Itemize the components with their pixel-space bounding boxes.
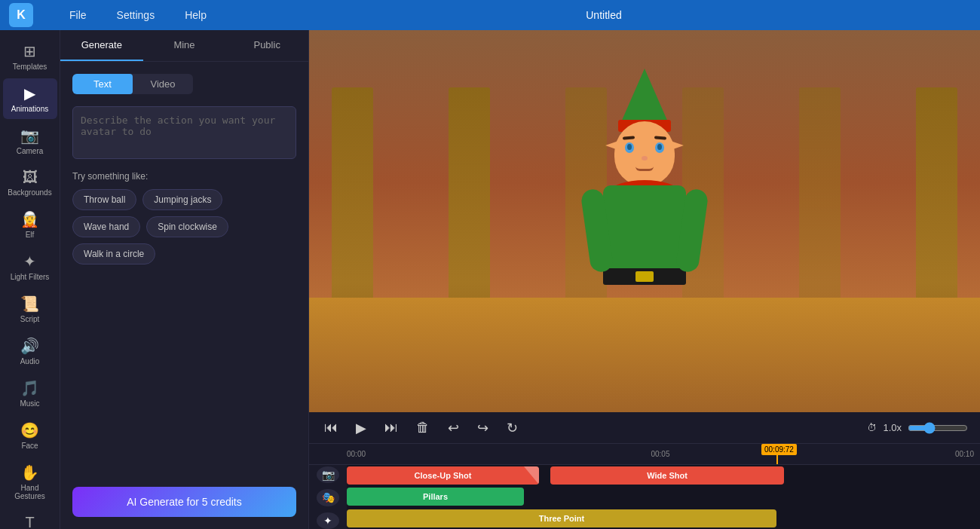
sidebar-item-templates[interactable]: ⊞ Templates [3,36,57,77]
preview-area: ⏮ ▶ ⏭ 🗑 ↩ ↪ ↻ ⏱ 1.0x 00:00 00:05 00:10 [309,30,980,529]
track-icons: 📷 🎭 ✦ [309,465,347,529]
elf-scene [309,30,980,412]
sidebar-label-music: Music [20,399,39,408]
sidebar-item-handgestures[interactable]: ✋ Hand Gestures [3,457,57,506]
texteffects-icon: T [25,514,34,529]
elf-icon: 🧝 [20,210,39,228]
delete-button[interactable]: 🗑 [413,417,433,439]
chip-jumping-jacks[interactable]: Jumping jacks [142,189,222,210]
sidebar-label-camera: Camera [17,147,44,155]
script-icon: 📜 [20,295,39,313]
templates-icon: ⊞ [23,42,36,60]
sidebar-item-animations[interactable]: ▶ Animations [3,78,57,119]
speed-value: 1.0x [883,422,902,433]
face-icon: 😊 [20,421,39,439]
sidebar-label-lightfilters: Light Filters [11,273,50,281]
sidebar-label-handgestures: Hand Gestures [6,484,54,500]
chip-wave-hand[interactable]: Wave hand [72,216,140,237]
app-logo: K [9,3,33,27]
animation-prompt-input[interactable] [72,106,296,159]
toggle-text[interactable]: Text [72,74,133,94]
skip-to-end-button[interactable]: ⏭ [381,417,401,439]
clip-pillars[interactable]: Pillars [347,488,524,506]
timeline-ruler: 00:00 00:05 00:10 00:09:72 [309,444,980,465]
sidebar-item-camera[interactable]: 📷 Camera [3,121,57,161]
tab-public[interactable]: Public [225,30,308,61]
tracks-area: Close-Up Shot Wide Shot Pillars [347,465,980,529]
elf-ear-right [669,140,684,151]
handgestures-icon: ✋ [20,463,39,482]
tab-mine[interactable]: Mine [143,30,226,61]
elf-ear-left [605,140,620,151]
sidebar-item-script[interactable]: 📜 Script [3,289,57,329]
playback-controls: ⏮ ▶ ⏭ 🗑 ↩ ↪ ↻ ⏱ 1.0x [309,412,980,444]
speed-control: ⏱ 1.0x [867,422,968,434]
document-title: Untitled [586,9,621,21]
topbar-menu: File Settings Help [69,9,207,21]
video-preview [309,30,980,412]
ruler-mark-2: 00:10 [765,450,980,458]
skip-to-start-button[interactable]: ⏮ [321,417,341,439]
animations-panel: Generate Mine Public Text Video Try some… [60,30,309,529]
track-icon-camera[interactable]: 📷 [317,466,339,483]
sidebar-label-backgrounds: Backgrounds [8,188,51,197]
chip-walk-in-circle[interactable]: Walk in a circle [72,243,155,264]
playhead-time: 00:09:72 [761,444,797,455]
sidebar-item-lightfilters[interactable]: ✦ Light Filters [3,246,57,287]
track-row-camera: Close-Up Shot Wide Shot [347,466,980,485]
animations-icon: ▶ [24,84,35,102]
sidebar-label-elf: Elf [26,231,35,239]
sidebar-item-backgrounds[interactable]: 🖼 Backgrounds [3,163,57,203]
clip-closeup[interactable]: Close-Up Shot [347,466,539,485]
sidebar-item-music[interactable]: 🎵 Music [3,373,57,414]
redo-button[interactable]: ↪ [474,417,492,439]
camera-icon: 📷 [20,127,39,145]
menu-file[interactable]: File [69,9,87,21]
sidebar-item-audio[interactable]: 🔊 Audio [3,331,57,372]
track-icon-light[interactable]: ✦ [317,512,339,529]
try-label: Try something like: [72,171,296,182]
speed-slider[interactable] [908,422,968,434]
play-button[interactable]: ▶ [353,417,369,439]
timeline: ⏮ ▶ ⏭ 🗑 ↩ ↪ ↻ ⏱ 1.0x 00:00 00:05 00:10 [309,412,980,529]
ruler-mark-1: 00:05 [556,450,764,458]
audio-icon: 🔊 [20,337,39,355]
clip-wideshot[interactable]: Wide Shot [550,466,784,485]
menu-settings[interactable]: Settings [117,9,155,21]
undo-button[interactable]: ↩ [445,417,462,439]
ruler-mark-0: 00:00 [347,450,556,458]
elf-character [569,69,720,355]
sidebar-label-face: Face [21,442,38,450]
sidebar-item-face[interactable]: 😊 Face [3,415,57,456]
speed-icon: ⏱ [867,422,877,433]
refresh-button[interactable]: ↻ [504,417,521,439]
ai-generate-button[interactable]: AI Generate for 5 credits [72,487,296,517]
clip-threepoint[interactable]: Three Point [347,509,776,527]
lightfilters-icon: ✦ [23,252,36,271]
chip-spin-clockwise[interactable]: Spin clockwise [146,216,228,237]
music-icon: 🎵 [20,379,39,397]
main-area: ⊞ Templates ▶ Animations 📷 Camera 🖼 Back… [0,30,980,529]
chips-row-3: Walk in a circle [72,243,296,264]
elf-belt-buckle [635,271,654,282]
panel-content: Text Video Try something like: Throw bal… [60,62,308,487]
track-row-light: Three Point [347,509,980,527]
track-row-background: Pillars [347,488,980,506]
sidebar-label-templates: Templates [13,63,47,71]
sidebar-item-texteffects[interactable]: T Text Effects [3,508,57,529]
panel-tabs: Generate Mine Public [60,30,308,62]
timeline-tracks: 📷 🎭 ✦ Close-Up Shot Wide Shot [309,465,980,529]
topbar: K File Settings Help Untitled [0,0,980,30]
chips-row-2: Wave hand Spin clockwise [72,216,296,237]
menu-help[interactable]: Help [185,9,207,21]
sidebar-label-audio: Audio [20,357,40,365]
sidebar-label-animations: Animations [11,105,48,113]
sidebar-label-script: Script [20,315,40,323]
track-icon-background[interactable]: 🎭 [317,489,339,506]
sidebar-item-elf[interactable]: 🧝 Elf [3,204,57,245]
chip-throw-ball[interactable]: Throw ball [72,189,136,210]
elf-head [614,121,675,185]
tab-generate[interactable]: Generate [60,30,143,61]
toggle-video[interactable]: Video [133,74,193,94]
backgrounds-icon: 🖼 [23,169,38,186]
